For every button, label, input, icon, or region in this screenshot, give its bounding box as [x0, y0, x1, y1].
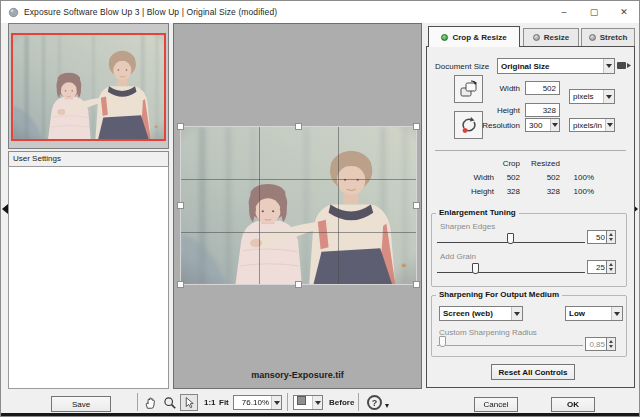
enlargement-title: Enlargement Tuning: [436, 208, 519, 217]
zoom-level-value: 76.10%: [234, 396, 271, 409]
table-row: Height 328 328 100%: [427, 187, 594, 196]
close-button[interactable]: ✕: [609, 1, 639, 23]
preset-menu-icon[interactable]: [617, 60, 631, 71]
crop-handle[interactable]: [295, 123, 302, 130]
grid-line: [181, 179, 416, 180]
bottom-bar: Save 1:1 Fit 76.10% Bef: [1, 391, 639, 413]
chevron-down-icon: [603, 90, 614, 103]
maximize-button[interactable]: ▢: [579, 1, 609, 23]
minimize-button[interactable]: –: [549, 1, 579, 23]
pointer-tool-button[interactable]: [180, 394, 198, 411]
title-bar[interactable]: Exposure Software Blow Up 3 | Blow Up | …: [1, 1, 639, 23]
tab-label: Stretch: [600, 33, 628, 42]
custom-radius-label: Custom Sharpening Radius: [439, 328, 537, 337]
thumbnail-photo: [13, 35, 164, 139]
width-field[interactable]: 502: [525, 81, 560, 95]
chevron-down-icon: [312, 396, 322, 409]
crop-handle[interactable]: [413, 123, 420, 130]
chevron-down-icon: [271, 396, 281, 409]
add-grain-value[interactable]: 25: [587, 260, 616, 274]
custom-radius-value[interactable]: 0,85: [585, 337, 616, 351]
magnifier-icon: [163, 396, 177, 410]
help-button[interactable]: ?: [367, 395, 382, 410]
grid-line: [259, 127, 260, 284]
output-medium-combo[interactable]: Screen (web): [439, 306, 523, 321]
resolution-combo[interactable]: 300: [525, 118, 560, 132]
width-label: Width: [447, 84, 520, 93]
crop-handle[interactable]: [413, 281, 420, 288]
spinner-icon[interactable]: [606, 231, 615, 243]
units-pixels-value: pixels: [570, 90, 603, 103]
zoom-level-combo[interactable]: 76.10%: [233, 395, 282, 410]
chevron-down-icon: [550, 119, 559, 131]
output-sharpen-title: Sharpening For Output Medium: [436, 290, 562, 299]
document-size-label: Document Size: [435, 62, 489, 71]
sharpen-edges-value[interactable]: 50: [587, 230, 616, 244]
crop-region[interactable]: [180, 126, 417, 285]
one-to-one-button[interactable]: 1:1: [204, 398, 216, 407]
help-menu-chevron-icon[interactable]: [385, 404, 389, 410]
crop-handle[interactable]: [295, 281, 302, 288]
sharpen-amount-value: Low: [566, 307, 611, 320]
save-button[interactable]: Save: [51, 396, 111, 412]
units-pixels-combo[interactable]: pixels: [569, 89, 615, 104]
ok-button[interactable]: OK: [551, 397, 595, 412]
user-settings-list[interactable]: [8, 166, 169, 389]
slider-handle[interactable]: [472, 263, 479, 274]
before-toggle[interactable]: Before: [329, 398, 354, 407]
hand-icon: [143, 396, 157, 410]
crop-handle[interactable]: [413, 202, 420, 209]
before-color-combo[interactable]: [293, 395, 323, 410]
tab-idle-dot-icon: [533, 34, 540, 41]
chevron-down-icon: [603, 59, 614, 73]
crop-handle[interactable]: [177, 281, 184, 288]
height-label: Height: [447, 106, 520, 115]
document-size-combo[interactable]: Original Size: [497, 58, 615, 74]
divider: [287, 393, 288, 411]
units-resolution-combo[interactable]: pixels/in: [569, 118, 615, 132]
thumbnail[interactable]: [11, 33, 166, 141]
resolution-value: 300: [526, 119, 550, 131]
color-swatch: [297, 396, 306, 405]
spinner-icon[interactable]: [606, 261, 615, 273]
chevron-down-icon: [611, 307, 622, 320]
col-crop: Crop: [494, 159, 520, 168]
slider-handle[interactable]: [507, 233, 514, 244]
user-settings-header: User Settings: [8, 151, 169, 167]
tab-stretch[interactable]: Stretch: [581, 28, 635, 47]
add-grain-label: Add Grain: [440, 252, 476, 261]
height-field[interactable]: 328: [525, 103, 560, 117]
custom-radius-slider[interactable]: [437, 345, 583, 346]
tab-active-dot-icon: [441, 34, 448, 41]
crop-handle[interactable]: [177, 123, 184, 130]
help-icon: ?: [372, 398, 378, 408]
divider: [137, 393, 138, 411]
table-header-row: Crop Resized: [427, 159, 594, 168]
zoom-tool-button[interactable]: [161, 394, 179, 411]
window-title: Exposure Software Blow Up 3 | Blow Up | …: [24, 7, 277, 17]
slider-handle[interactable]: [439, 336, 446, 347]
tab-resize[interactable]: Resize: [523, 28, 579, 47]
crop-handle[interactable]: [177, 202, 184, 209]
sharpen-edges-slider[interactable]: [437, 242, 585, 243]
filename-label: mansory-Exposure.tif: [174, 370, 421, 380]
hand-tool-button[interactable]: [141, 394, 159, 411]
reset-all-button[interactable]: Reset All Controls: [491, 364, 575, 380]
fit-button[interactable]: Fit: [219, 398, 229, 407]
sharpen-amount-combo[interactable]: Low: [565, 306, 623, 321]
col-resized: Resized: [520, 159, 560, 168]
spinner-icon[interactable]: [606, 338, 615, 350]
thumbnail-panel: [8, 23, 169, 149]
tab-label: Resize: [544, 33, 569, 42]
app-window: Exposure Software Blow Up 3 | Blow Up | …: [0, 0, 640, 417]
preview-photo: [181, 127, 416, 284]
add-grain-slider[interactable]: [437, 272, 585, 273]
units-ppi-value: pixels/in: [570, 119, 605, 131]
cancel-button[interactable]: Cancel: [474, 397, 518, 412]
divider: [358, 393, 359, 411]
window-bottom-edge: [1, 413, 639, 417]
crop-resize-panel: Document Size Original Size Width: [426, 46, 635, 388]
table-row: Width 502 502 100%: [427, 173, 594, 182]
tab-crop-resize[interactable]: Crop & Resize: [428, 26, 520, 47]
collapse-left-icon[interactable]: [2, 204, 8, 214]
